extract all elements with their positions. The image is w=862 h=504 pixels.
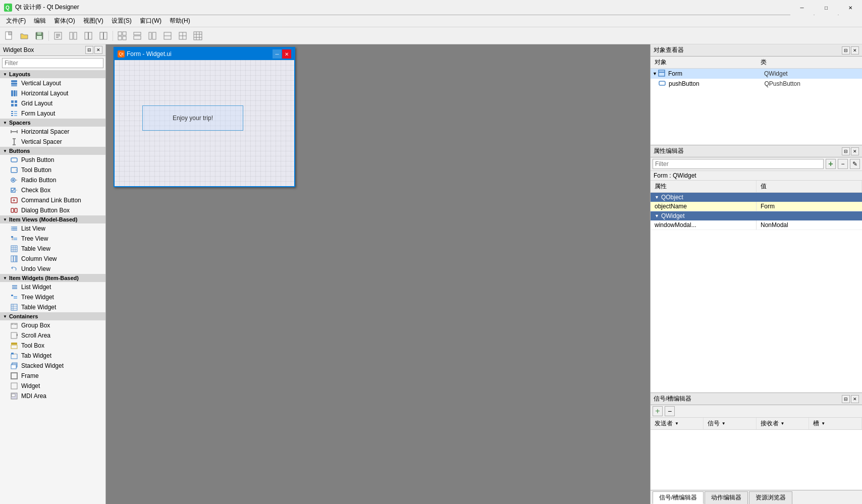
item-list-widget[interactable]: List Widget <box>0 282 105 292</box>
minimize-button[interactable]: ─ <box>790 0 814 15</box>
item-undo-view[interactable]: Undo View <box>0 264 105 274</box>
maximize-button[interactable]: □ <box>815 0 838 15</box>
pushbutton-class: QPushButton <box>765 80 860 87</box>
widget-box-close-btn[interactable]: ✕ <box>94 46 102 54</box>
menu-settings[interactable]: 设置(S) <box>107 16 136 26</box>
item-tool-button[interactable]: Tool Button <box>0 165 105 175</box>
menu-file[interactable]: 文件(F) <box>2 16 30 26</box>
menu-view[interactable]: 视图(V) <box>79 16 107 26</box>
tree-widget-icon <box>10 293 18 301</box>
separator-1 <box>48 31 49 41</box>
list-view-icon <box>10 225 18 233</box>
category-containers-label: Containers <box>9 313 38 319</box>
item-form-layout[interactable]: Form Layout <box>0 108 105 119</box>
tab-action-editor[interactable]: 动作编辑器 <box>705 491 748 504</box>
item-vertical-spacer[interactable]: Vertical Spacer <box>0 137 105 147</box>
toolbar-open[interactable] <box>17 29 31 43</box>
property-group-qobject[interactable]: ▼ QObject <box>651 193 862 202</box>
item-vertical-layout[interactable]: Vertical Layout <box>0 78 105 88</box>
item-tree-view[interactable]: Tree View <box>0 234 105 244</box>
toolbar-btn-9[interactable] <box>130 29 144 43</box>
menu-edit[interactable]: 编辑 <box>30 16 50 26</box>
widget-box-filter-input[interactable] <box>2 58 103 68</box>
item-radio-button[interactable]: Radio Button <box>0 175 105 185</box>
qwidget-expand-icon: ▼ <box>655 213 659 218</box>
signal-editor-close-btn[interactable]: ✕ <box>851 395 859 403</box>
toolbar-btn-8[interactable] <box>115 29 129 43</box>
svg-rect-49 <box>11 115 13 116</box>
property-editor-float-btn[interactable]: ⊟ <box>842 147 850 155</box>
item-widget[interactable]: Widget <box>0 381 105 391</box>
menu-window[interactable]: 窗口(W) <box>136 16 166 26</box>
close-button[interactable]: ✕ <box>839 0 862 15</box>
item-grid-layout[interactable]: Grid Layout <box>0 98 105 108</box>
property-edit-btn[interactable]: ✎ <box>850 159 860 169</box>
object-row-form[interactable]: ▼ Form QWidget <box>651 69 862 79</box>
toolbar-btn-10[interactable] <box>145 29 159 43</box>
form-titlebar: Qt Form - Widget.ui ─ ✕ <box>115 48 294 60</box>
item-column-view[interactable]: Column View <box>0 254 105 264</box>
item-tab-widget[interactable]: Tab Widget <box>0 351 105 361</box>
item-tree-widget[interactable]: Tree Widget <box>0 292 105 302</box>
property-editor-close-btn[interactable]: ✕ <box>851 147 859 155</box>
tab-signal-editor[interactable]: 信号/槽编辑器 <box>653 491 704 504</box>
category-layouts[interactable]: ▼ Layouts <box>0 70 105 78</box>
toolbar-btn-4[interactable] <box>51 29 65 43</box>
form-button[interactable]: Enjoy your trip! <box>142 105 243 131</box>
item-scroll-area[interactable]: Scroll Area <box>0 330 105 341</box>
form-minimize-btn[interactable]: ─ <box>273 49 282 59</box>
toolbar-btn-6[interactable] <box>81 29 95 43</box>
menu-form[interactable]: 窗体(O) <box>50 16 79 26</box>
toolbar-btn-13[interactable] <box>191 29 205 43</box>
widget-box-float-btn[interactable]: ⊟ <box>85 46 93 54</box>
category-item-widgets[interactable]: ▼ Item Widgets (Item-Based) <box>0 274 105 282</box>
signal-add-btn[interactable]: + <box>653 406 663 416</box>
item-command-link-button[interactable]: Command Link Button <box>0 195 105 205</box>
form-body[interactable]: Enjoy your trip! <box>115 60 294 186</box>
object-inspector-float-btn[interactable]: ⊟ <box>842 46 850 54</box>
signal-remove-btn[interactable]: − <box>665 406 675 416</box>
toolbar-btn-11[interactable] <box>160 29 175 43</box>
category-spacers[interactable]: ▼ Spacers <box>0 119 105 127</box>
property-row-windowmodal[interactable]: windowModal... NonModal <box>651 220 862 230</box>
form-close-btn[interactable]: ✕ <box>282 49 291 59</box>
property-remove-btn[interactable]: − <box>838 159 848 169</box>
prop-value-objectname[interactable]: Form <box>757 202 862 211</box>
prop-name-windowmodal: windowModal... <box>651 220 757 230</box>
category-item-views[interactable]: ▼ Item Views (Model-Based) <box>0 215 105 223</box>
category-buttons[interactable]: ▼ Buttons <box>0 147 105 155</box>
item-dialog-button-box[interactable]: Dialog Button Box <box>0 205 105 215</box>
prop-value-windowmodal[interactable]: NonModal <box>757 220 862 230</box>
tab-resource-browser[interactable]: 资源浏览器 <box>749 491 792 504</box>
category-containers[interactable]: ▼ Containers <box>0 312 105 320</box>
property-group-qwidget[interactable]: ▼ QWidget <box>651 211 862 220</box>
object-row-pushbutton[interactable]: pushButton QPushButton <box>651 79 862 89</box>
object-inspector-close-btn[interactable]: ✕ <box>851 46 859 54</box>
item-stacked-widget[interactable]: Stacked Widget <box>0 361 105 371</box>
item-push-button[interactable]: Push Button <box>0 155 105 165</box>
item-list-view[interactable]: List View <box>0 223 105 234</box>
item-table-view[interactable]: Table View <box>0 244 105 254</box>
toolbar-btn-12[interactable] <box>176 29 190 43</box>
menu-help[interactable]: 帮助(H) <box>166 16 194 26</box>
item-tool-box[interactable]: Tool Box <box>0 341 105 351</box>
signal-editor-float-btn[interactable]: ⊟ <box>842 395 850 403</box>
property-row-objectname[interactable]: objectName Form <box>651 202 862 211</box>
item-mdi-area[interactable]: MDI Area <box>0 391 105 401</box>
item-check-box[interactable]: Check Box <box>0 185 105 195</box>
item-frame[interactable]: Frame <box>0 371 105 381</box>
item-table-widget[interactable]: Table Widget <box>0 302 105 312</box>
property-add-btn[interactable]: + <box>826 159 836 169</box>
toolbar-save[interactable] <box>32 29 46 43</box>
property-filter-input[interactable] <box>653 159 824 169</box>
form-window[interactable]: Qt Form - Widget.ui ─ ✕ Enjoy your trip! <box>114 47 295 187</box>
sender-sort-icon: ▼ <box>675 421 679 426</box>
toolbar-btn-7[interactable] <box>96 29 111 43</box>
canvas-area[interactable]: Qt Form - Widget.ui ─ ✕ Enjoy your trip! <box>106 44 650 504</box>
item-group-box[interactable]: Box Group Box <box>0 320 105 330</box>
item-horizontal-spacer[interactable]: Horizontal Spacer <box>0 127 105 137</box>
svg-rect-39 <box>14 90 16 96</box>
toolbar-new[interactable] <box>2 29 16 43</box>
toolbar-btn-5[interactable] <box>66 29 80 43</box>
item-horizontal-layout[interactable]: Horizontal Layout <box>0 88 105 98</box>
